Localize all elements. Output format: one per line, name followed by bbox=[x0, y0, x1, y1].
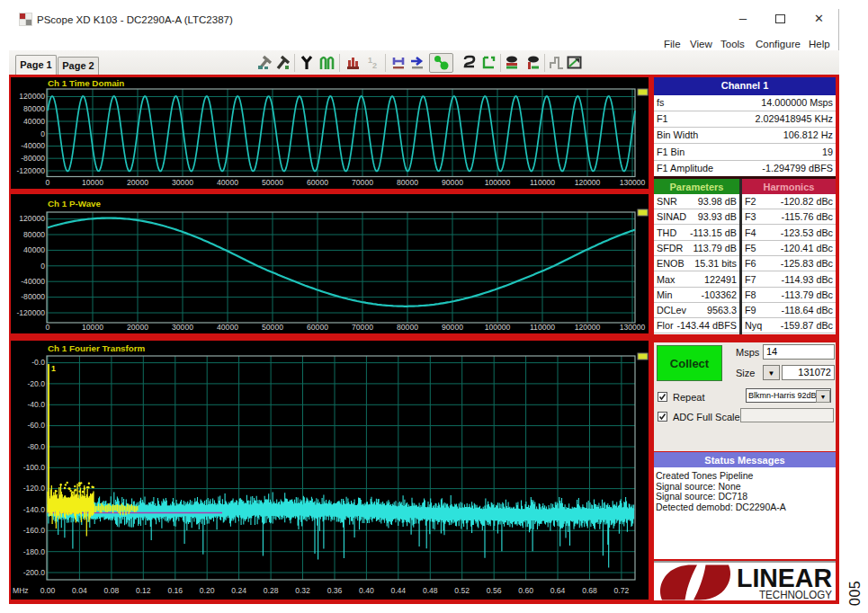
svg-text:0.60: 0.60 bbox=[518, 586, 533, 595]
svg-text:MHz: MHz bbox=[13, 586, 29, 595]
svg-text:40000: 40000 bbox=[217, 178, 238, 187]
svg-text:-120000: -120000 bbox=[16, 308, 45, 317]
svg-text:0.28: 0.28 bbox=[264, 586, 279, 595]
svg-text:50000: 50000 bbox=[262, 323, 283, 332]
svg-text:0.20: 0.20 bbox=[200, 586, 215, 595]
svg-text:130000: 130000 bbox=[620, 178, 646, 187]
svg-text:120000: 120000 bbox=[575, 178, 601, 187]
svg-text:-140.0: -140.0 bbox=[23, 505, 46, 514]
svg-text:60000: 60000 bbox=[307, 323, 328, 332]
svg-text:0.64: 0.64 bbox=[550, 586, 566, 595]
svg-text:110000: 110000 bbox=[530, 323, 555, 332]
svg-text:-80000: -80000 bbox=[21, 154, 45, 163]
svg-text:TECHNOLOGY: TECHNOLOGY bbox=[759, 589, 833, 601]
svg-text:40000: 40000 bbox=[217, 323, 238, 332]
svg-text:80000: 80000 bbox=[23, 230, 45, 239]
svg-text:Ch 1 P-Wave: Ch 1 P-Wave bbox=[48, 199, 102, 209]
svg-text:1: 1 bbox=[51, 364, 56, 373]
svg-text:0.24: 0.24 bbox=[231, 586, 246, 595]
svg-text:0.52: 0.52 bbox=[454, 586, 470, 595]
svg-text:40000: 40000 bbox=[23, 245, 45, 254]
svg-text:20000: 20000 bbox=[127, 178, 148, 187]
svg-text:130000: 130000 bbox=[620, 323, 646, 332]
svg-text:-40000: -40000 bbox=[21, 141, 45, 150]
svg-text:0.16: 0.16 bbox=[167, 586, 183, 595]
svg-text:-120.0: -120.0 bbox=[23, 484, 46, 493]
svg-text:60000: 60000 bbox=[307, 178, 328, 187]
svg-text:-180.0: -180.0 bbox=[23, 547, 46, 556]
svg-text:-60.0: -60.0 bbox=[27, 421, 45, 430]
svg-text:120000: 120000 bbox=[19, 214, 45, 223]
svg-text:0.00: 0.00 bbox=[40, 586, 56, 595]
svg-text:0.12: 0.12 bbox=[136, 586, 151, 595]
svg-text:-160.0: -160.0 bbox=[23, 526, 46, 535]
svg-text:0: 0 bbox=[46, 178, 50, 187]
svg-text:110000: 110000 bbox=[530, 178, 555, 187]
svg-text:005: 005 bbox=[847, 581, 863, 606]
svg-text:80000: 80000 bbox=[23, 104, 45, 113]
svg-text:0.44: 0.44 bbox=[390, 586, 406, 595]
svg-text:70000: 70000 bbox=[352, 178, 373, 187]
svg-text:0.68: 0.68 bbox=[582, 586, 597, 595]
svg-text:0: 0 bbox=[40, 262, 45, 271]
svg-text:0: 0 bbox=[46, 323, 50, 332]
svg-text:40000: 40000 bbox=[23, 117, 45, 126]
svg-text:Ch 1 Fourier Transform: Ch 1 Fourier Transform bbox=[48, 343, 146, 353]
svg-text:-100.0: -100.0 bbox=[23, 463, 46, 472]
svg-text:-40000: -40000 bbox=[21, 277, 45, 286]
svg-text:Ch 1 Time Domain: Ch 1 Time Domain bbox=[48, 78, 124, 88]
svg-text:-80.0: -80.0 bbox=[27, 442, 45, 451]
svg-text:30000: 30000 bbox=[172, 323, 193, 332]
svg-text:-120000: -120000 bbox=[16, 166, 45, 175]
svg-text:0: 0 bbox=[40, 129, 45, 138]
svg-text:0.04: 0.04 bbox=[72, 586, 87, 595]
svg-text:-80000: -80000 bbox=[21, 292, 45, 301]
svg-text:50000: 50000 bbox=[262, 178, 283, 187]
svg-text:120000: 120000 bbox=[575, 323, 601, 332]
svg-text:90000: 90000 bbox=[442, 178, 463, 187]
svg-text:0.56: 0.56 bbox=[487, 586, 502, 595]
svg-text:80000: 80000 bbox=[397, 178, 418, 187]
svg-text:-40.0: -40.0 bbox=[27, 400, 45, 409]
svg-text:10000: 10000 bbox=[82, 323, 103, 332]
svg-text:0.48: 0.48 bbox=[423, 586, 438, 595]
svg-text:120000: 120000 bbox=[19, 92, 45, 101]
svg-text:90000: 90000 bbox=[442, 323, 463, 332]
svg-text:-0.0: -0.0 bbox=[31, 358, 45, 367]
svg-text:-200.0: -200.0 bbox=[23, 568, 46, 577]
svg-text:2: 2 bbox=[372, 61, 377, 70]
svg-text:10000: 10000 bbox=[82, 178, 103, 187]
svg-text:80000: 80000 bbox=[397, 323, 418, 332]
svg-text:0.36: 0.36 bbox=[327, 586, 343, 595]
svg-text:0.72: 0.72 bbox=[614, 586, 630, 595]
svg-text:70000: 70000 bbox=[352, 323, 373, 332]
svg-text:-20.0: -20.0 bbox=[27, 379, 45, 388]
svg-text:100000: 100000 bbox=[485, 323, 511, 332]
svg-text:20000: 20000 bbox=[127, 323, 148, 332]
svg-text:0.08: 0.08 bbox=[104, 586, 120, 595]
svg-text:30000: 30000 bbox=[172, 178, 193, 187]
svg-text:100000: 100000 bbox=[485, 178, 511, 187]
svg-text:0.32: 0.32 bbox=[295, 586, 310, 595]
svg-text:0.40: 0.40 bbox=[359, 586, 374, 595]
